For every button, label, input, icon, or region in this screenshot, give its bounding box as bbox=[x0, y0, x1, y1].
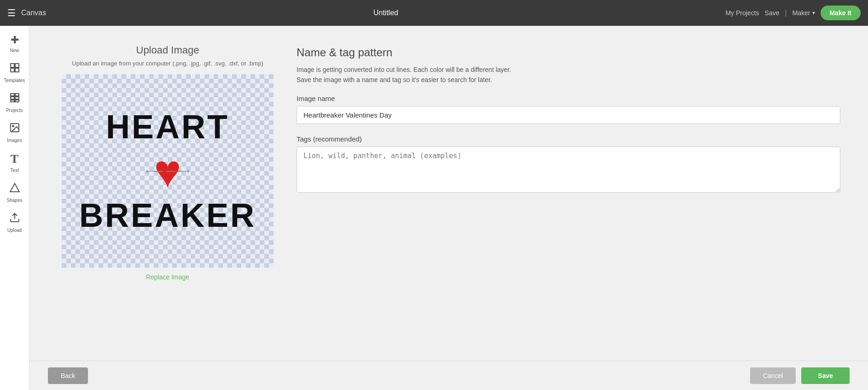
heart-text-top: HEART bbox=[106, 110, 229, 143]
menu-icon[interactable]: ☰ bbox=[7, 7, 16, 18]
projects-icon bbox=[9, 92, 20, 106]
topbar: ☰ Canvas Untitled My Projects Save | Mak… bbox=[0, 0, 868, 26]
svg-rect-6 bbox=[11, 97, 14, 99]
bottom-right-buttons: Cancel Save bbox=[750, 367, 850, 384]
back-button[interactable]: Back bbox=[48, 367, 88, 384]
app-name: Canvas bbox=[21, 9, 46, 17]
templates-icon bbox=[9, 62, 20, 76]
svg-rect-3 bbox=[15, 68, 19, 72]
form-area: Upload Image Upload an image from your c… bbox=[29, 26, 868, 360]
name-tag-desc-line2: Save the image with a name and tag so it… bbox=[297, 75, 840, 85]
maker-dropdown[interactable]: Maker ▾ bbox=[792, 9, 815, 17]
save-button-bottom[interactable]: Save bbox=[801, 367, 850, 384]
sidebar-item-shapes[interactable]: Shapes bbox=[0, 177, 29, 207]
upload-title: Upload Image bbox=[136, 44, 199, 56]
content-area: Upload Image Upload an image from your c… bbox=[29, 26, 868, 390]
svg-rect-9 bbox=[15, 100, 19, 102]
name-tag-desc-line1: Image is getting converted into cut line… bbox=[297, 65, 840, 75]
sidebar-item-projects[interactable]: Projects bbox=[0, 88, 29, 118]
tags-input[interactable] bbox=[297, 147, 840, 193]
svg-point-11 bbox=[12, 125, 14, 127]
sidebar-item-templates[interactable]: Templates bbox=[0, 58, 29, 88]
save-button-top[interactable]: Save bbox=[765, 9, 780, 17]
image-name-group: Image name bbox=[297, 95, 840, 124]
svg-marker-12 bbox=[10, 183, 19, 192]
svg-rect-2 bbox=[11, 68, 14, 72]
image-name-label: Image name bbox=[297, 95, 840, 102]
svg-rect-0 bbox=[11, 64, 14, 67]
sidebar-label-projects: Projects bbox=[6, 108, 23, 113]
topbar-right: My Projects Save | Maker ▾ Make It bbox=[725, 6, 861, 20]
heart-arrow-row: ← ─ ─ ♥ ─ ─ → bbox=[143, 148, 192, 194]
sidebar-item-new[interactable]: ✚ New bbox=[0, 30, 29, 58]
cancel-button[interactable]: Cancel bbox=[750, 367, 796, 384]
upload-description: Upload an image from your computer (.png… bbox=[72, 60, 263, 67]
main-layout: ✚ New Templates Projects bbox=[0, 26, 868, 390]
svg-rect-1 bbox=[15, 64, 19, 67]
chevron-down-icon: ▾ bbox=[812, 10, 815, 16]
svg-rect-8 bbox=[11, 100, 14, 102]
arrow-right-icon: ─ ─ → bbox=[154, 164, 192, 178]
sidebar-item-text[interactable]: T Text bbox=[0, 148, 29, 177]
sidebar-label-templates: Templates bbox=[4, 78, 25, 83]
upload-icon bbox=[9, 212, 20, 226]
sidebar-label-images: Images bbox=[7, 138, 22, 143]
tags-group: Tags (recommended) bbox=[297, 135, 840, 195]
name-tag-description: Image is getting converted into cut line… bbox=[297, 65, 840, 85]
bottom-bar: Back Cancel Save bbox=[29, 360, 868, 390]
document-title: Untitled bbox=[46, 9, 725, 17]
image-content: HEART ← ─ ─ ♥ ─ ─ → BREAKER bbox=[62, 74, 274, 268]
name-tag-section: Name & tag pattern Image is getting conv… bbox=[297, 44, 840, 342]
maker-label: Maker bbox=[792, 9, 810, 17]
sidebar-label-new: New bbox=[10, 48, 19, 53]
name-tag-title: Name & tag pattern bbox=[297, 46, 840, 59]
shapes-icon bbox=[9, 182, 20, 196]
image-name-input[interactable] bbox=[297, 106, 840, 124]
sidebar: ✚ New Templates Projects bbox=[0, 26, 29, 390]
plus-icon: ✚ bbox=[11, 34, 19, 46]
heart-text-bottom: BREAKER bbox=[79, 199, 256, 232]
text-icon: T bbox=[11, 152, 18, 166]
sidebar-label-upload: Upload bbox=[7, 228, 22, 233]
svg-rect-5 bbox=[15, 94, 19, 96]
topbar-divider: | bbox=[785, 9, 786, 17]
image-preview: HEART ← ─ ─ ♥ ─ ─ → BREAKER bbox=[62, 74, 274, 268]
replace-image-link[interactable]: Replace Image bbox=[146, 273, 189, 281]
images-icon bbox=[9, 122, 20, 136]
svg-rect-7 bbox=[15, 97, 19, 99]
svg-rect-4 bbox=[11, 94, 14, 96]
sidebar-item-images[interactable]: Images bbox=[0, 118, 29, 148]
sidebar-label-text: Text bbox=[10, 168, 18, 173]
tags-label: Tags (recommended) bbox=[297, 135, 840, 143]
upload-section: Upload Image Upload an image from your c… bbox=[57, 44, 278, 342]
my-projects-link[interactable]: My Projects bbox=[725, 9, 759, 17]
sidebar-label-shapes: Shapes bbox=[7, 198, 23, 203]
make-it-button[interactable]: Make It bbox=[821, 6, 861, 20]
sidebar-item-upload[interactable]: Upload bbox=[0, 207, 29, 237]
